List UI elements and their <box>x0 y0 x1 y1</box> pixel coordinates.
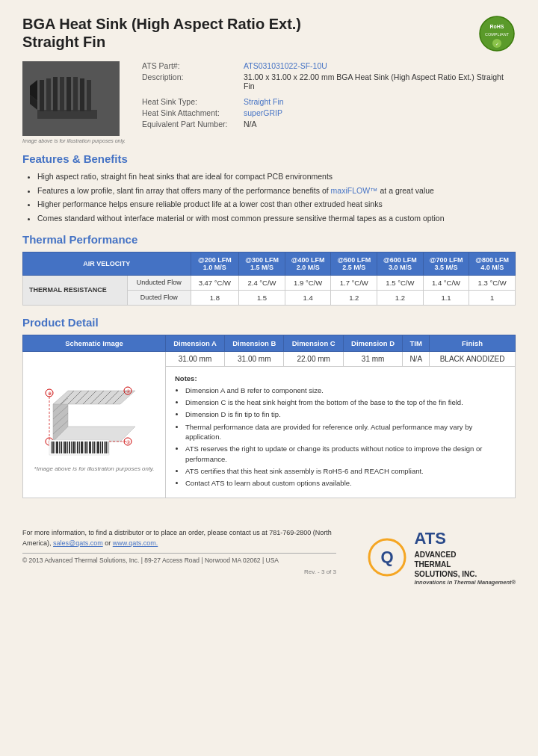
product-detail-section: Product Detail Schematic Image Dimension… <box>22 316 516 499</box>
col-dim-c: Dimension C <box>284 335 343 351</box>
svg-rect-63 <box>93 441 95 453</box>
svg-rect-8 <box>53 77 58 111</box>
svg-text:RoHS: RoHS <box>489 24 504 29</box>
note-item: Contact ATS to learn about custom option… <box>185 478 506 488</box>
val-u-800: 1.3 °C/W <box>469 275 516 290</box>
title-line1: BGA Heat Sink (High Aspect Ratio Ext.) <box>22 16 301 32</box>
email-link[interactable]: sales@qats.com <box>53 539 103 547</box>
svg-rect-57 <box>81 441 83 453</box>
svg-rect-64 <box>96 441 96 453</box>
notes-list: Dimension A and B refer to component siz… <box>175 385 506 489</box>
note-item: Dimension C is the heat sink height from… <box>185 397 506 407</box>
val-d-600: 1.2 <box>377 290 424 305</box>
thermal-header-row: AIR VELOCITY @200 LFM1.0 M/S @300 LFM1.5… <box>23 252 516 275</box>
product-title: BGA Heat Sink (High Aspect Ratio Ext.) S… <box>22 15 301 51</box>
svg-rect-67 <box>102 441 103 453</box>
rohs-badge: RoHS COMPLIANT ✓ <box>478 15 516 52</box>
spec-description: Description: 31.00 x 31.00 x 22.00 mm BG… <box>142 72 516 90</box>
svg-rect-66 <box>100 441 101 453</box>
title-line2: Straight Fin <box>22 34 105 50</box>
col-700: @700 LFM3.5 M/S <box>423 252 469 275</box>
svg-rect-46 <box>59 441 60 453</box>
spec-attachment: Heat Sink Attachment: superGRIP <box>142 108 516 117</box>
spec-equiv-part: Equivalent Part Number: N/A <box>142 120 516 128</box>
product-info-section: Image above is for illustration purposes… <box>22 61 516 143</box>
spec-heatsink-type: Heat Sink Type: Straight Fin <box>142 97 516 106</box>
col-tim: TIM <box>403 335 430 351</box>
feature-item: Comes standard without interface materia… <box>37 213 516 224</box>
svg-rect-7 <box>46 78 51 111</box>
finish-value: BLACK ANODIZED <box>430 351 516 366</box>
svg-rect-51 <box>69 441 70 453</box>
note-item: Dimension D is fin tip to fin tip. <box>185 409 506 419</box>
val-u-400: 1.9 °C/W <box>285 275 331 290</box>
val-u-700: 1.4 °C/W <box>423 275 469 290</box>
tim-value: N/A <box>403 351 430 366</box>
ats-q-logo: Q <box>367 537 408 578</box>
footer-copyright: © 2013 Advanced Thermal Solutions, Inc. … <box>22 553 336 564</box>
col-dim-d: Dimension D <box>343 335 402 351</box>
notes-title: Notes: <box>175 374 506 382</box>
equiv-value: N/A <box>244 120 257 128</box>
or-text: or <box>105 539 111 547</box>
ats-logo-text: ATS ADVANCED THERMAL SOLUTIONS, INC. Inn… <box>414 528 516 586</box>
page-number: Rev. - 3 of 3 <box>22 568 336 575</box>
ats-logo: Q ATS ADVANCED THERMAL SOLUTIONS, INC. I… <box>367 528 516 586</box>
feature-item: High aspect ratio, straight fin heat sin… <box>37 171 516 182</box>
ats-tagline: Innovations in Thermal Management® <box>414 579 516 586</box>
svg-rect-62 <box>92 441 93 453</box>
detail-data-row: ① ② ③ ④ <box>23 351 516 366</box>
copyright-text: © 2013 Advanced Thermal Solutions, Inc. … <box>22 557 279 564</box>
product-image-note: Image above is for illustration purposes… <box>22 138 127 143</box>
col-schematic: Schematic Image <box>23 335 166 351</box>
col-800: @800 LFM4.0 M/S <box>469 252 516 275</box>
svg-rect-55 <box>77 441 78 453</box>
footer-contact: For more information, to find a distribu… <box>22 528 336 548</box>
product-specs: ATS Part#: ATS031031022-SF-10U Descripti… <box>142 61 516 143</box>
thermal-unducted-row: THERMAL RESISTANCE Unducted Flow 3.47 °C… <box>23 275 516 290</box>
product-image-area: Image above is for illustration purposes… <box>22 61 127 143</box>
feature-item: Features a low profile, slant fin array … <box>37 185 516 196</box>
svg-text:✓: ✓ <box>495 42 499 46</box>
features-list: High aspect ratio, straight fin heat sin… <box>22 171 516 224</box>
val-d-500: 1.2 <box>331 290 377 305</box>
ducted-label: Ducted Flow <box>128 290 191 305</box>
svg-text:COMPLIANT: COMPLIANT <box>485 32 510 37</box>
dim-b-value: 31.00 mm <box>225 351 284 366</box>
svg-rect-59 <box>85 441 87 453</box>
air-velocity-header: AIR VELOCITY <box>23 252 191 275</box>
col-300: @300 LFM1.5 M/S <box>239 252 285 275</box>
thermal-resistance-label: THERMAL RESISTANCE <box>23 275 128 305</box>
dim-d-value: 31 mm <box>343 351 402 366</box>
maxiflow-link[interactable]: maxiFLOW™ <box>331 186 378 195</box>
website-link[interactable]: www.qats.com. <box>113 539 158 547</box>
svg-rect-44 <box>55 441 55 453</box>
svg-rect-54 <box>75 441 76 453</box>
col-500: @500 LFM2.5 M/S <box>331 252 377 275</box>
dim-c-value: 22.00 mm <box>284 351 343 366</box>
svg-rect-48 <box>63 441 64 453</box>
val-u-500: 1.7 °C/W <box>331 275 377 290</box>
svg-rect-53 <box>72 441 75 453</box>
val-d-400: 1.4 <box>285 290 331 305</box>
col-600: @600 LFM3.0 M/S <box>377 252 424 275</box>
svg-rect-52 <box>71 441 72 453</box>
footer-section: For more information, to find a distribu… <box>22 521 516 586</box>
product-detail-table: Schematic Image Dimension A Dimension B … <box>22 335 516 499</box>
part-value: ATS031031022-SF-10U <box>244 61 327 70</box>
footer-left: For more information, to find a distribu… <box>22 528 336 575</box>
schematic-note: *Image above is for illustration purpose… <box>34 465 155 472</box>
ats-name-line1: ADVANCED <box>414 550 516 560</box>
svg-rect-12 <box>80 78 84 111</box>
note-item: Dimension A and B refer to component siz… <box>185 385 506 395</box>
feature-item: Higher performance helps ensure reliable… <box>37 199 516 210</box>
page-header: BGA Heat Sink (High Aspect Ratio Ext.) S… <box>22 15 516 52</box>
svg-rect-60 <box>87 441 88 453</box>
col-dim-a: Dimension A <box>166 335 225 351</box>
hs-type-label: Heat Sink Type: <box>142 97 239 106</box>
svg-rect-70 <box>108 441 108 453</box>
attach-label: Heat Sink Attachment: <box>142 108 239 117</box>
notes-cell: Notes: Dimension A and B refer to compon… <box>166 366 516 498</box>
thermal-table: AIR VELOCITY @200 LFM1.0 M/S @300 LFM1.5… <box>22 252 516 306</box>
svg-rect-45 <box>56 441 58 453</box>
